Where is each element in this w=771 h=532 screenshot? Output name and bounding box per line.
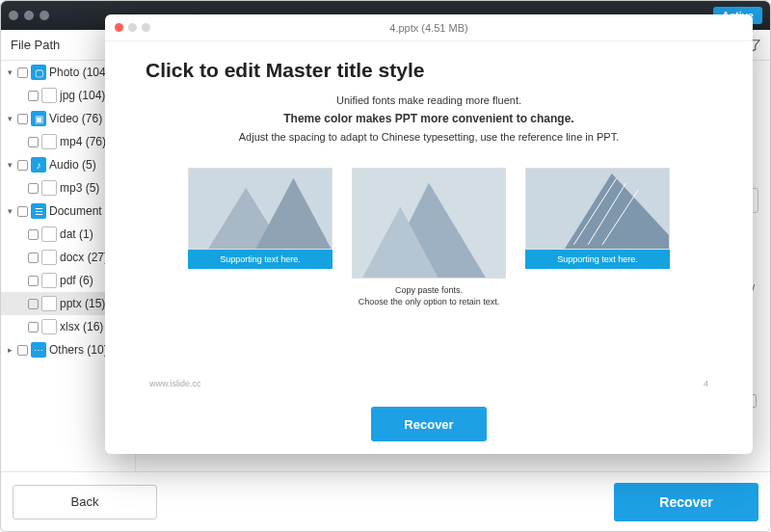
card-image [525,168,670,250]
chevron-right-icon[interactable]: ▸ [5,345,14,355]
file-icon [41,319,57,334]
tree-label: Photo (104) [49,66,110,79]
checkbox[interactable] [17,67,28,78]
checkbox[interactable] [28,137,39,147]
card-image [188,168,332,250]
tree-label: mp3 (5) [60,181,99,195]
chevron-down-icon[interactable]: ▾ [5,206,14,216]
checkbox[interactable] [28,322,39,332]
footer-url: www.islide.cc [149,379,201,388]
file-icon [41,250,57,265]
bottom-bar: Back Recover [1,471,770,531]
building-icon [189,169,332,250]
slide-number: 4 [704,379,708,388]
checkbox[interactable] [28,276,39,286]
file-icon [41,180,57,196]
checkbox[interactable] [28,183,39,194]
slide-body: Unified fonts make reading more fluent. … [140,92,718,146]
audio-icon: ♪ [31,157,46,173]
others-icon: ⋯ [31,342,46,358]
document-icon: ☰ [31,203,46,219]
modal-bottom-bar: Recover [105,394,753,454]
preview-modal: 4.pptx (4.51 MB) Click to edit Master ti… [105,14,753,454]
window-traffic-lights [9,11,49,20]
modal-recover-button[interactable]: Recover [371,407,487,441]
building-icon [526,169,669,250]
close-icon[interactable] [115,23,123,32]
tree-label: xlsx (16) [60,320,103,333]
tree-label: dat (1) [60,227,93,241]
file-icon [41,134,57,149]
slide-line: Unified fonts make reading more fluent. [140,92,718,110]
checkbox[interactable] [28,91,39,101]
traffic-dot[interactable] [40,11,49,20]
card-right: Supporting text here. [525,168,670,269]
file-path-label: File Path [11,38,60,52]
chevron-down-icon[interactable]: ▾ [5,114,14,123]
checkbox[interactable] [28,253,39,263]
file-icon [41,296,57,311]
modal-traffic-lights [115,23,150,32]
traffic-dot[interactable] [24,11,34,20]
tree-label: Video (76) [49,112,102,125]
card-row: Supporting text here. Copy paste fonts. … [140,168,718,307]
building-icon [353,169,505,279]
modal-titlebar: 4.pptx (4.51 MB) [105,14,753,41]
checkbox[interactable] [28,229,39,240]
recover-button[interactable]: Recover [614,483,758,521]
file-icon [41,226,57,242]
tree-label: pdf (6) [60,274,93,287]
tree-label: Document ( [49,204,109,218]
app-window: Active File Path ▾ ▢ Photo (104) jpg (10… [0,0,771,532]
card-middle: Copy paste fonts. Choose the only option… [352,168,506,307]
checkbox[interactable] [17,345,28,356]
checkbox[interactable] [17,206,28,217]
checkbox[interactable] [17,160,28,171]
slide-footer: www.islide.cc 4 [140,375,718,388]
caption-line: Choose the only option to retain text. [352,296,506,307]
photo-icon: ▢ [31,65,46,80]
modal-title: 4.pptx (4.51 MB) [105,22,753,34]
tree-label: docx (27) [60,251,108,264]
slide-line-bold: Theme color makes PPT more convenient to… [140,110,718,128]
tree-label: Others (10) [49,343,108,357]
slide-line: Adjust the spacing to adapt to Chinese t… [140,128,718,146]
video-icon: ▣ [31,111,46,126]
slide-preview: Click to edit Master title style Unified… [105,41,753,394]
file-icon [41,88,57,103]
traffic-dot[interactable] [9,11,18,20]
tree-label: jpg (104) [60,89,105,102]
chevron-down-icon[interactable]: ▾ [5,160,14,170]
card-image [352,168,506,279]
card-caption-strip: Supporting text here. [188,250,332,269]
card-left: Supporting text here. [188,168,332,269]
maximize-icon[interactable] [142,23,150,32]
tree-label: pptx (15) [60,297,105,310]
chevron-down-icon[interactable]: ▾ [5,67,14,77]
minimize-icon[interactable] [128,23,137,32]
back-button[interactable]: Back [13,485,157,519]
checkbox[interactable] [28,299,39,309]
checkbox[interactable] [17,114,28,124]
tree-label: Audio (5) [49,158,96,172]
caption-line: Copy paste fonts. [352,284,506,296]
file-icon [41,273,57,288]
card-caption-strip: Supporting text here. [525,250,670,269]
slide-title: Click to edit Master title style [146,59,718,82]
tree-label: mp4 (76) [60,135,106,148]
card-caption: Copy paste fonts. Choose the only option… [352,284,506,307]
